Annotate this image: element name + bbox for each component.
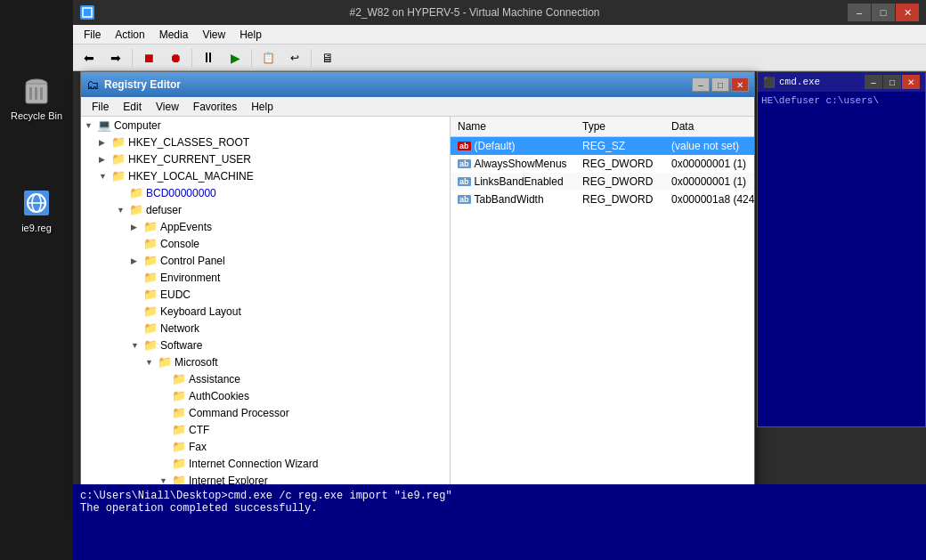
tree-label-hkcr: HKEY_CLASSES_ROOT — [128, 136, 249, 149]
reg-menu-favorites[interactable]: Favorites — [186, 99, 244, 115]
reg-menu-view[interactable]: View — [149, 99, 186, 115]
reg-minimize-btn[interactable]: – — [692, 77, 710, 92]
toolbar-extra3[interactable]: 🖥 — [315, 47, 340, 69]
row-type-alwaysshow: REG_DWORD — [575, 155, 664, 173]
tree-label-cmdprocessor: Command Processor — [189, 407, 289, 419]
tree-item-console[interactable]: 📁 Console — [81, 235, 450, 252]
vm-title: #2_W82 on HYPERV-5 - Virtual Machine Con… — [102, 6, 848, 19]
tree-label-microsoft: Microsoft — [175, 356, 218, 369]
tree-label-eudc: EUDC — [160, 288, 191, 301]
toolbar-forward[interactable]: ➡ — [103, 47, 128, 69]
tree-item-controlpanel[interactable]: ▶ 📁 Control Panel — [81, 252, 450, 269]
row-data-tabband: 0x000001a8 (424) — [664, 191, 754, 208]
tree-label-appevents: AppEvents — [160, 221, 212, 233]
row-data-alwaysshow: 0x00000001 (1) — [664, 155, 754, 173]
cmd-close-btn[interactable]: ✕ — [902, 75, 920, 89]
cmd-title-bar[interactable]: ⬛ cmd.exe – □ ✕ — [758, 72, 925, 92]
vm-toolbar: ⬅ ➡ ⏹ ⏺ ⏸ ▶ 📋 ↩ 🖥 — [73, 45, 926, 71]
row-name-tabband: TabBandWidth — [475, 193, 544, 206]
svg-rect-3 — [35, 87, 37, 100]
tree-label-fax: Fax — [189, 441, 207, 453]
toolbar-pause[interactable]: ⏸ — [196, 47, 221, 69]
tree-item-defuser[interactable]: ▼ 📁 defuser — [81, 201, 450, 218]
table-row[interactable]: ab LinksBandEnabled REG_DWORD 0x00000001… — [451, 173, 754, 191]
cmd-bottom-window: c:\Users\Niall\Desktop>cmd.exe /c reg.ex… — [73, 484, 926, 560]
cmd-bottom-line2: The operation completed successfully. — [80, 502, 919, 515]
row-name-alwaysshow: AlwaysShowMenus — [475, 158, 567, 170]
toolbar-extra1[interactable]: 📋 — [256, 47, 280, 69]
row-type-linkband: REG_DWORD — [575, 173, 664, 191]
table-row[interactable]: ab (Default) REG_SZ (value not set) — [451, 137, 754, 156]
cmd-window: ⬛ cmd.exe – □ ✕ HE\defuser c:\users\ — [757, 71, 926, 427]
desktop-icon-recycle-bin[interactable]: Recycle Bin — [5, 71, 68, 121]
cmd-title-icon: ⬛ — [763, 77, 776, 88]
tree-item-authcookies[interactable]: 📁 AuthCookies — [81, 387, 450, 404]
reg-menu-edit[interactable]: Edit — [116, 99, 149, 115]
tree-item-fax[interactable]: 📁 Fax — [81, 438, 450, 455]
row-data-linkband: 0x00000001 (1) — [664, 173, 754, 191]
tree-item-environment[interactable]: 📁 Environment — [81, 269, 450, 286]
cmd-minimize-btn[interactable]: – — [865, 75, 882, 89]
tree-item-software[interactable]: ▼ 📁 Software — [81, 337, 450, 353]
tree-label-hkcu: HKEY_CURRENT_USER — [128, 153, 251, 166]
reg-menu-help[interactable]: Help — [244, 99, 280, 115]
vm-menu-action[interactable]: Action — [108, 27, 151, 43]
tree-label-authcookies: AuthCookies — [189, 390, 249, 402]
toolbar-stop[interactable]: ⏹ — [136, 47, 161, 69]
vm-menu-view[interactable]: View — [195, 27, 232, 43]
reg-menu-file[interactable]: File — [85, 99, 116, 115]
reg-title-bar[interactable]: 🗂 Registry Editor – □ ✕ — [81, 72, 754, 97]
table-row[interactable]: ab AlwaysShowMenus REG_DWORD 0x00000001 … — [451, 155, 754, 173]
svg-rect-2 — [29, 87, 32, 100]
table-row[interactable]: ab TabBandWidth REG_DWORD 0x000001a8 (42… — [451, 191, 754, 208]
row-data-default: (value not set) — [664, 137, 754, 156]
tree-item-bcd[interactable]: 📁 BCD00000000 — [81, 184, 450, 201]
ie9reg-label: ie9.reg — [21, 223, 52, 233]
tree-label-console: Console — [160, 238, 199, 250]
vm-minimize-btn[interactable]: – — [848, 4, 871, 21]
row-name-linkband: LinksBandEnabled — [475, 175, 564, 188]
col-data: Data — [664, 117, 754, 137]
toolbar-play[interactable]: ▶ — [223, 47, 248, 69]
cmd-bottom-line1: c:\Users\Niall\Desktop>cmd.exe /c reg.ex… — [80, 490, 919, 502]
registry-detail-panel: Name Type Data ab (Default) REG_SZ — [451, 117, 754, 503]
desktop-icon-ie9reg[interactable]: ie9.reg — [5, 183, 68, 233]
tree-item-assistance[interactable]: 📁 Assistance — [81, 370, 450, 387]
tree-label-bcd: BCD00000000 — [146, 187, 216, 199]
tree-label-hklm: HKEY_LOCAL_MACHINE — [128, 170, 254, 183]
reg-title: Registry Editor — [104, 78, 692, 91]
tree-item-computer[interactable]: ▼ 💻 Computer — [81, 117, 450, 134]
tree-item-ctf[interactable]: 📁 CTF — [81, 421, 450, 438]
vm-menu-media[interactable]: Media — [152, 27, 196, 43]
tree-item-microsoft[interactable]: ▼ 📁 Microsoft — [81, 353, 450, 370]
cmd-bottom-content: c:\Users\Niall\Desktop>cmd.exe /c reg.ex… — [73, 484, 926, 520]
reg-close-btn[interactable]: ✕ — [731, 77, 749, 92]
toolbar-back[interactable]: ⬅ — [77, 47, 102, 69]
reg-menu-bar: File Edit View Favorites Help — [81, 97, 754, 117]
toolbar-extra2[interactable]: ↩ — [282, 47, 307, 69]
tree-item-hkcr[interactable]: ▶ 📁 HKEY_CLASSES_ROOT — [81, 134, 450, 150]
tree-item-eudc[interactable]: 📁 EUDC — [81, 286, 450, 303]
vm-close-btn[interactable]: ✕ — [896, 4, 919, 21]
ie9reg-icon — [17, 183, 56, 223]
col-name: Name — [451, 117, 575, 137]
tree-item-keyboard-layout[interactable]: 📁 Keyboard Layout — [81, 303, 450, 320]
toolbar-record[interactable]: ⏺ — [163, 47, 188, 69]
tree-item-hklm[interactable]: ▼ 📁 HKEY_LOCAL_MACHINE — [81, 167, 450, 184]
tree-label-ctf: CTF — [189, 424, 209, 436]
tree-item-network[interactable]: 📁 Network — [81, 320, 450, 337]
cmd-restore-btn[interactable]: □ — [883, 75, 901, 89]
tree-item-appevents[interactable]: ▶ 📁 AppEvents — [81, 218, 450, 235]
vm-menu-file[interactable]: File — [77, 27, 108, 43]
tree-label-environment: Environment — [160, 272, 220, 284]
tree-item-cmdprocessor[interactable]: 📁 Command Processor — [81, 404, 450, 421]
reg-restore-btn[interactable]: □ — [711, 77, 729, 92]
cmd-content: HE\defuser c:\users\ — [758, 92, 925, 426]
svg-rect-4 — [40, 87, 43, 100]
tree-item-icwiz[interactable]: 📁 Internet Connection Wizard — [81, 455, 450, 472]
vm-maximize-btn[interactable]: □ — [872, 4, 895, 21]
cmd-line-1: HE\defuser c:\users\ — [761, 95, 922, 106]
tree-label-icwiz: Internet Connection Wizard — [189, 458, 318, 470]
vm-menu-help[interactable]: Help — [232, 27, 269, 43]
tree-item-hkcu[interactable]: ▶ 📁 HKEY_CURRENT_USER — [81, 150, 450, 167]
